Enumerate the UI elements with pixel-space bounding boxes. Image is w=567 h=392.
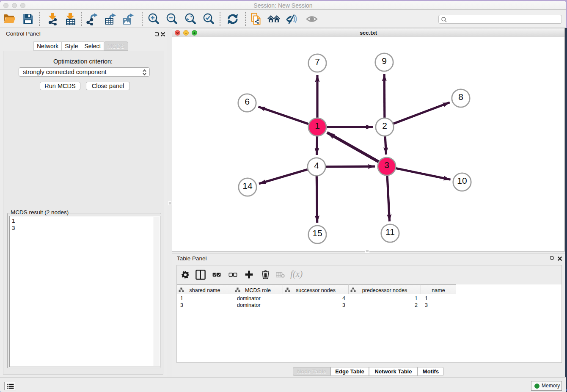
svg-text:14: 14 [242, 181, 253, 190]
svg-text:10: 10 [457, 176, 467, 185]
svg-text:7: 7 [315, 57, 320, 66]
svg-text:3: 3 [384, 160, 389, 170]
svg-text:1: 1 [315, 121, 320, 130]
svg-text:9: 9 [382, 56, 387, 66]
svg-text:6: 6 [245, 97, 250, 106]
svg-text:4: 4 [314, 160, 319, 170]
svg-text:11: 11 [385, 227, 395, 237]
svg-text:2: 2 [382, 121, 387, 130]
svg-text:8: 8 [458, 92, 463, 102]
svg-text:15: 15 [312, 228, 322, 238]
